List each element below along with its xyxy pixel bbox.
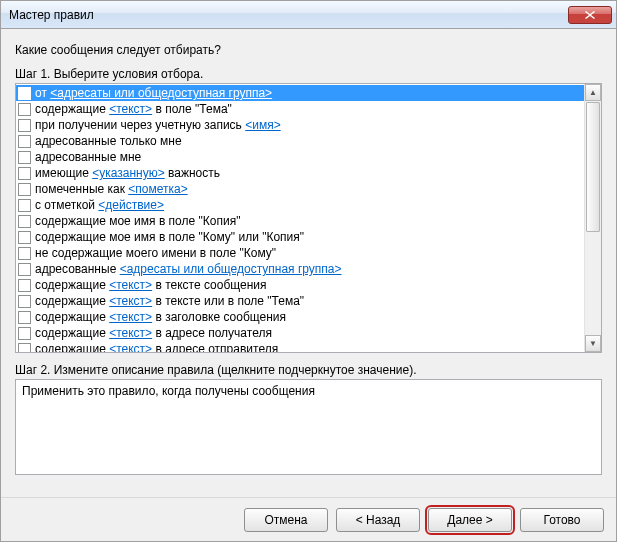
condition-text: содержащие <текст> в адресе получателя bbox=[35, 325, 272, 341]
condition-value-link[interactable]: <имя> bbox=[245, 118, 280, 132]
condition-text: адресованные мне bbox=[35, 149, 141, 165]
condition-row[interactable]: при получении через учетную запись <имя> bbox=[16, 117, 584, 133]
rule-description-text: Применить это правило, когда получены со… bbox=[22, 384, 315, 398]
condition-row[interactable]: с отметкой <действие> bbox=[16, 197, 584, 213]
condition-value-link[interactable]: <текст> bbox=[109, 326, 152, 340]
condition-checkbox[interactable] bbox=[18, 183, 31, 196]
window-title: Мастер правил bbox=[9, 8, 568, 22]
condition-row[interactable]: содержащие <текст> в тексте или в поле "… bbox=[16, 293, 584, 309]
scroll-up-button[interactable]: ▲ bbox=[585, 84, 601, 101]
condition-text: с отметкой <действие> bbox=[35, 197, 164, 213]
scroll-thumb[interactable] bbox=[586, 102, 600, 232]
scroll-down-button[interactable]: ▼ bbox=[585, 335, 601, 352]
condition-value-link[interactable]: <пометка> bbox=[128, 182, 187, 196]
condition-text: адресованные только мне bbox=[35, 133, 182, 149]
condition-row[interactable]: содержащие <текст> в поле "Тема" bbox=[16, 101, 584, 117]
conditions-listbox: от <адресаты или общедоступная группа>со… bbox=[15, 83, 602, 353]
condition-row[interactable]: содержащие мое имя в поле "Кому" или "Ко… bbox=[16, 229, 584, 245]
condition-row[interactable]: от <адресаты или общедоступная группа> bbox=[16, 85, 584, 101]
condition-row[interactable]: имеющие <указанную> важность bbox=[16, 165, 584, 181]
condition-checkbox[interactable] bbox=[18, 327, 31, 340]
condition-value-link[interactable]: <текст> bbox=[109, 294, 152, 308]
condition-value-link[interactable]: <текст> bbox=[109, 310, 152, 324]
condition-row[interactable]: содержащие <текст> в адресе получателя bbox=[16, 325, 584, 341]
condition-value-link[interactable]: <текст> bbox=[109, 342, 152, 352]
condition-row[interactable]: адресованные <адресаты или общедоступная… bbox=[16, 261, 584, 277]
step2-label: Шаг 2. Измените описание правила (щелкни… bbox=[15, 363, 602, 377]
condition-checkbox[interactable] bbox=[18, 151, 31, 164]
condition-row[interactable]: адресованные только мне bbox=[16, 133, 584, 149]
condition-text: помеченные как <пометка> bbox=[35, 181, 188, 197]
condition-row[interactable]: адресованные мне bbox=[16, 149, 584, 165]
finish-button[interactable]: Готово bbox=[520, 508, 604, 532]
condition-text: содержащие мое имя в поле "Кому" или "Ко… bbox=[35, 229, 304, 245]
condition-text: не содержащие моего имени в поле "Кому" bbox=[35, 245, 276, 261]
condition-value-link[interactable]: <адресаты или общедоступная группа> bbox=[120, 262, 342, 276]
step1-label: Шаг 1. Выберите условия отбора. bbox=[15, 67, 602, 81]
condition-checkbox[interactable] bbox=[18, 295, 31, 308]
rule-description-box[interactable]: Применить это правило, когда получены со… bbox=[15, 379, 602, 475]
condition-checkbox[interactable] bbox=[18, 87, 31, 100]
condition-value-link[interactable]: <действие> bbox=[98, 198, 164, 212]
condition-text: содержащие <текст> в тексте или в поле "… bbox=[35, 293, 304, 309]
condition-text: содержащие <текст> в поле "Тема" bbox=[35, 101, 232, 117]
conditions-list[interactable]: от <адресаты или общедоступная группа>со… bbox=[16, 84, 584, 352]
titlebar: Мастер правил bbox=[1, 1, 616, 29]
close-icon bbox=[585, 11, 595, 19]
condition-checkbox[interactable] bbox=[18, 311, 31, 324]
condition-row[interactable]: содержащие мое имя в поле "Копия" bbox=[16, 213, 584, 229]
condition-text: адресованные <адресаты или общедоступная… bbox=[35, 261, 342, 277]
condition-checkbox[interactable] bbox=[18, 263, 31, 276]
condition-checkbox[interactable] bbox=[18, 199, 31, 212]
condition-checkbox[interactable] bbox=[18, 103, 31, 116]
condition-checkbox[interactable] bbox=[18, 215, 31, 228]
back-button[interactable]: < Назад bbox=[336, 508, 420, 532]
condition-checkbox[interactable] bbox=[18, 135, 31, 148]
condition-row[interactable]: содержащие <текст> в адресе отправителя bbox=[16, 341, 584, 352]
content-area: Какие сообщения следует отбирать? Шаг 1.… bbox=[1, 29, 616, 497]
condition-text: от <адресаты или общедоступная группа> bbox=[35, 85, 272, 101]
condition-text: при получении через учетную запись <имя> bbox=[35, 117, 281, 133]
condition-checkbox[interactable] bbox=[18, 119, 31, 132]
condition-checkbox[interactable] bbox=[18, 279, 31, 292]
condition-text: содержащие мое имя в поле "Копия" bbox=[35, 213, 240, 229]
next-button[interactable]: Далее > bbox=[428, 508, 512, 532]
condition-row[interactable]: помеченные как <пометка> bbox=[16, 181, 584, 197]
cancel-button[interactable]: Отмена bbox=[244, 508, 328, 532]
condition-checkbox[interactable] bbox=[18, 167, 31, 180]
condition-value-link[interactable]: <указанную> bbox=[92, 166, 165, 180]
condition-text: имеющие <указанную> важность bbox=[35, 165, 220, 181]
condition-row[interactable]: содержащие <текст> в тексте сообщения bbox=[16, 277, 584, 293]
condition-checkbox[interactable] bbox=[18, 247, 31, 260]
close-button[interactable] bbox=[568, 6, 612, 24]
condition-value-link[interactable]: <текст> bbox=[109, 102, 152, 116]
condition-checkbox[interactable] bbox=[18, 343, 31, 353]
condition-row[interactable]: не содержащие моего имени в поле "Кому" bbox=[16, 245, 584, 261]
button-row: Отмена < Назад Далее > Готово bbox=[1, 497, 616, 541]
rules-wizard-dialog: Мастер правил Какие сообщения следует от… bbox=[0, 0, 617, 542]
condition-value-link[interactable]: <адресаты или общедоступная группа> bbox=[50, 86, 272, 100]
condition-value-link[interactable]: <текст> bbox=[109, 278, 152, 292]
prompt-text: Какие сообщения следует отбирать? bbox=[15, 43, 602, 57]
condition-text: содержащие <текст> в адресе отправителя bbox=[35, 341, 278, 352]
condition-row[interactable]: содержащие <текст> в заголовке сообщения bbox=[16, 309, 584, 325]
scrollbar[interactable]: ▲ ▼ bbox=[584, 84, 601, 352]
condition-text: содержащие <текст> в тексте сообщения bbox=[35, 277, 267, 293]
condition-text: содержащие <текст> в заголовке сообщения bbox=[35, 309, 286, 325]
condition-checkbox[interactable] bbox=[18, 231, 31, 244]
